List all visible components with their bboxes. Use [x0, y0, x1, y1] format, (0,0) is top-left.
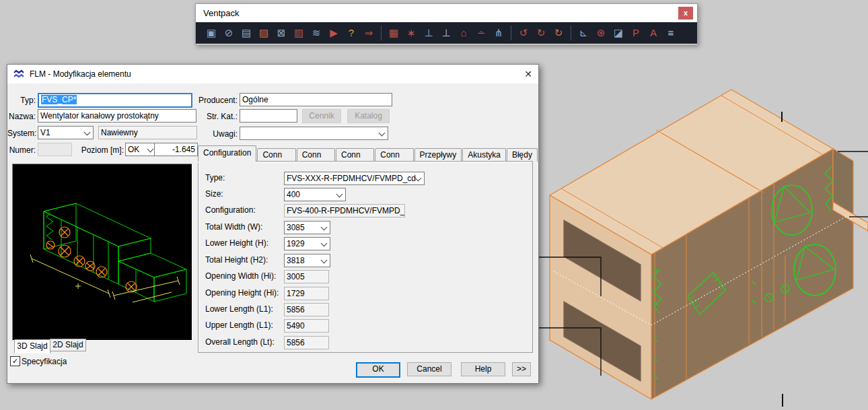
flm-dialog: FLM - Modyfikacja elementu ✕ Typ: FVS_CP… [7, 64, 539, 384]
toolbar-titlebar[interactable]: Ventpack x [196, 4, 697, 22]
tab-conn-3[interactable]: Conn #3 [336, 148, 374, 162]
config-label: Total Width (W): [205, 222, 262, 232]
wrench-icon[interactable]: ⊾ [575, 25, 592, 41]
specyfikacja-checkbox[interactable]: ✓ [10, 356, 20, 366]
uwagi-label: Uwagi: [184, 129, 238, 139]
poziom-label: Poziom [m]: [71, 145, 124, 156]
coil-duct-icon[interactable]: ≋ [308, 25, 325, 41]
tab-przeplywy[interactable]: Przepływy [414, 148, 462, 162]
specyfikacja-label: Specyfikacja [22, 356, 102, 367]
toolbar-title: Ventpack [203, 8, 678, 18]
preview-wireframe [13, 164, 192, 340]
tee-duct-2-icon[interactable]: ⊥ [437, 25, 455, 41]
upper-length-field: 5490 [284, 319, 329, 333]
producent-label: Producent: [184, 95, 238, 106]
typ-label: Typ: [7, 95, 36, 106]
rotate-90-icon[interactable]: ↻ [550, 25, 567, 41]
uwagi-combobox[interactable] [240, 127, 388, 140]
config-label: Lower Height (H): [205, 238, 268, 248]
lower-height-combobox[interactable]: 1929 [284, 237, 330, 250]
damper-door-icon[interactable]: ▶ [325, 25, 342, 41]
tab-3d-slajd[interactable]: 3D Slajd [14, 339, 50, 353]
size-combobox[interactable]: 400 [284, 188, 346, 201]
chevron-down-icon [321, 257, 328, 264]
register-icon[interactable]: ▥ [290, 25, 308, 41]
config-label: Size: [205, 189, 223, 199]
duct-box-icon[interactable]: ▣ [203, 25, 220, 41]
toolbar-close-button[interactable]: x [678, 7, 693, 20]
configuration-field: FVS-400-R-FPDMHCV/FVMPD_cd [284, 204, 405, 217]
toolbar-separator [381, 26, 382, 40]
edit-text-icon[interactable]: A [645, 25, 662, 41]
exhaust-hood-icon[interactable]: ∸ [472, 25, 490, 41]
tab-conn-2[interactable]: Conn #2 [297, 148, 335, 162]
system-combobox[interactable]: V1 [38, 126, 94, 139]
strkat-label: Str. Kat.: [184, 111, 238, 122]
chevron-down-icon [379, 130, 386, 137]
more-button[interactable]: >> [512, 362, 531, 376]
katalog-button[interactable]: Katalog [347, 109, 390, 123]
app-logo-icon [13, 69, 24, 79]
chevron-down-icon [321, 240, 328, 247]
total-width-combobox[interactable]: 3085 [284, 221, 330, 234]
lower-length-field: 5856 [284, 303, 329, 316]
settings-icon[interactable]: ⊛ [592, 25, 610, 41]
nazwa-label: Nazwa: [7, 111, 36, 122]
export-doc-icon[interactable]: ⇒ [360, 25, 377, 41]
rotate-axis-icon[interactable]: ↻ [532, 25, 550, 41]
system-label: System: [7, 128, 36, 139]
roof-hood-icon[interactable]: ⌂ [455, 25, 472, 41]
help-box-icon[interactable]: ? [342, 25, 360, 41]
poziom-status-combobox[interactable]: OK [125, 143, 157, 156]
air-unit-icon[interactable]: ▤ [238, 25, 255, 41]
flex-duct-icon[interactable]: ⋔ [490, 25, 507, 41]
system-type-field: Nawiewny [98, 126, 197, 139]
total-height-combobox[interactable]: 3818 [284, 254, 330, 267]
tab-bledy[interactable]: Błędy [507, 148, 538, 162]
config-label: Opening Height (Hi): [205, 288, 279, 298]
ventpack-app: Ventpack x ▣⊘▤▨⊠▥≋▶?⇒ ▦∗⊥⊥⌂∸⋔ ↺↻↻ ⊾⊛◪PA≡… [0, 0, 868, 410]
chevron-down-icon [147, 146, 154, 153]
element-preview-3d[interactable] [12, 164, 192, 341]
trowel-icon[interactable]: ◪ [610, 25, 627, 41]
overall-length-field: 5856 [284, 336, 329, 349]
heater-icon[interactable]: ▨ [255, 25, 273, 41]
tab-conn-1[interactable]: Conn #1 [257, 148, 295, 162]
config-label: Opening Width (Hi): [205, 271, 276, 281]
producent-input[interactable]: Ogólne [240, 93, 392, 106]
config-label: Configuration: [205, 205, 256, 215]
key-element-icon[interactable]: ⊠ [273, 25, 290, 41]
config-label: Overall Length (Lt): [205, 337, 275, 347]
edit-price-icon[interactable]: P [627, 25, 645, 41]
tab-conn-4[interactable]: Conn #4 [375, 148, 413, 162]
chevron-down-icon [415, 175, 422, 182]
tee-duct-icon[interactable]: ⊥ [420, 25, 437, 41]
dialog-title: FLM - Modyfikacja elementu [30, 69, 518, 79]
type-combobox[interactable]: FVS-XXX-R-FPDMHCV/FVMPD_cd [284, 172, 425, 185]
nazwa-input[interactable]: Wentylator kanałowy prostokątny [38, 109, 196, 123]
cennik-button[interactable]: Cennik [302, 109, 341, 123]
rotate-left-icon[interactable]: ↺ [515, 25, 532, 41]
tab-2d-slajd[interactable]: 2D Slajd [50, 339, 86, 351]
tab-configuration[interactable]: Configuration [198, 145, 256, 162]
dialog-close-icon[interactable]: ✕ [518, 66, 538, 82]
cancel-button[interactable]: Cancel [407, 362, 451, 376]
dialog-titlebar[interactable]: FLM - Modyfikacja elementu ✕ [7, 65, 538, 83]
poziom-value-input[interactable]: -1.645 [154, 143, 198, 156]
ok-button[interactable]: OK [356, 362, 400, 378]
opening-height-field: 1729 [284, 287, 329, 300]
oval-duct-icon[interactable]: ⊘ [220, 25, 238, 41]
config-label: Lower Length (L1): [205, 304, 273, 314]
config-label: Upper Length (L1): [205, 320, 273, 330]
numer-field [38, 143, 72, 156]
config-label: Type: [205, 173, 225, 182]
diffuser-icon[interactable]: ∗ [402, 25, 420, 41]
toolbar-separator [511, 26, 511, 40]
strkat-input[interactable] [240, 109, 297, 123]
list-icon[interactable]: ≡ [662, 25, 680, 41]
toolbar-icon-strip: ▣⊘▤▨⊠▥≋▶?⇒ ▦∗⊥⊥⌂∸⋔ ↺↻↻ ⊾⊛◪PA≡ [196, 22, 697, 44]
typ-input[interactable]: FVS_CP* [38, 93, 192, 108]
tab-akustyka[interactable]: Akustyka [462, 148, 506, 162]
grille-icon[interactable]: ▦ [385, 25, 402, 41]
help-button[interactable]: Help [461, 362, 505, 376]
